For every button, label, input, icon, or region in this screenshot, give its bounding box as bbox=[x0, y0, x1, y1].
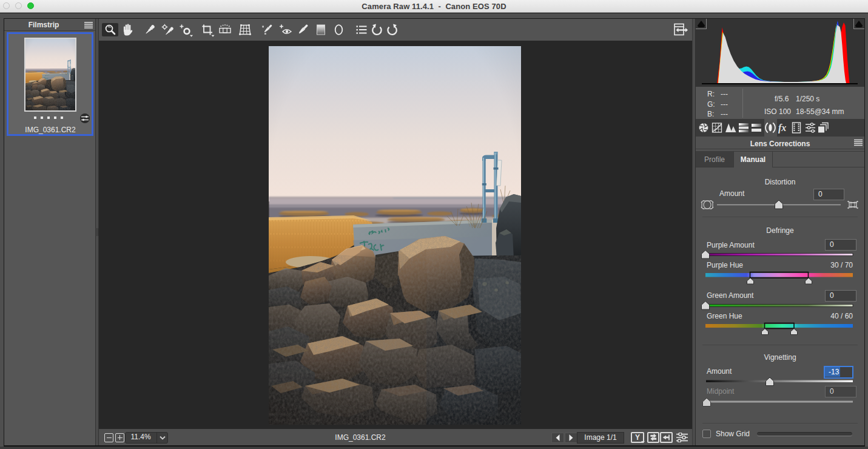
svg-text:fx: fx bbox=[778, 123, 786, 133]
